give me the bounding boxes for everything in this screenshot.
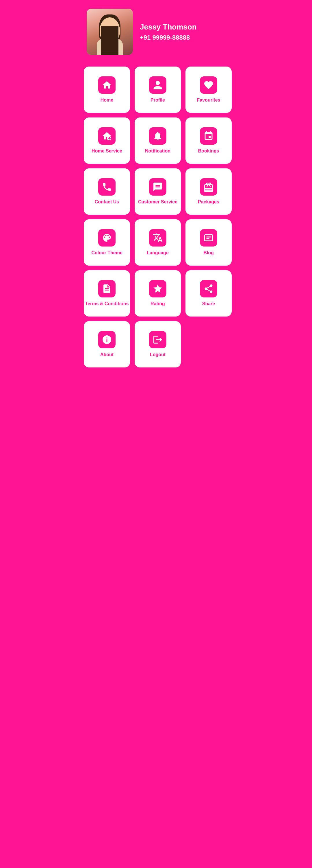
phone-icon (98, 178, 115, 195)
menu-row-5: Terms & Conditions Rating Share (84, 270, 228, 316)
menu-item-customer-service[interactable]: Customer Service (135, 168, 181, 215)
colour-theme-label: Colour Theme (91, 250, 123, 255)
customer-service-label: Customer Service (138, 199, 177, 205)
terms-icon (98, 280, 115, 298)
bookings-label: Bookings (198, 148, 219, 154)
notification-label: Notification (145, 148, 170, 154)
gift-icon (200, 178, 217, 195)
home-service-icon (98, 127, 115, 145)
menu-item-rating[interactable]: Rating (135, 270, 181, 316)
profile-phone: +91 99999-88888 (140, 34, 197, 41)
menu-item-blog[interactable]: Blog (185, 219, 232, 266)
menu-row-1: Home Profile Favourites (84, 66, 228, 113)
menu-item-colour-theme[interactable]: Colour Theme (84, 219, 130, 266)
menu-item-bookings[interactable]: Bookings (185, 118, 232, 164)
share-icon (200, 280, 217, 298)
menu-row-3: Contact Us Customer Service Packages (84, 168, 228, 215)
home-service-label: Home Service (92, 148, 122, 154)
menu-row-6: About Logout (84, 321, 228, 368)
menu-item-logout[interactable]: Logout (135, 321, 181, 368)
language-label: Language (147, 250, 169, 255)
menu-grid: Home Profile Favourites Home Service (78, 61, 234, 373)
home-label: Home (101, 97, 113, 103)
share-label: Share (202, 301, 215, 306)
bell-icon (149, 127, 166, 145)
profile-name: Jessy Thomson (140, 23, 197, 32)
menu-item-packages[interactable]: Packages (185, 168, 232, 215)
heart-icon (200, 76, 217, 94)
menu-item-favourites[interactable]: Favourites (185, 66, 232, 113)
menu-row-4: Colour Theme Language Blog (84, 219, 228, 266)
home-icon (98, 76, 115, 94)
profile-label: Profile (150, 97, 165, 103)
palette-icon (98, 229, 115, 247)
contact-us-label: Contact Us (95, 199, 119, 205)
menu-item-contact-us[interactable]: Contact Us (84, 168, 130, 215)
menu-item-profile[interactable]: Profile (135, 66, 181, 113)
menu-item-notification[interactable]: Notification (135, 118, 181, 164)
packages-label: Packages (198, 199, 219, 205)
language-icon (149, 229, 166, 247)
terms-label: Terms & Conditions (85, 301, 129, 306)
about-label: About (100, 352, 113, 357)
star-icon (149, 280, 166, 298)
blog-icon (200, 229, 217, 247)
logout-label: Logout (150, 352, 166, 357)
menu-item-terms[interactable]: Terms & Conditions (84, 270, 130, 316)
menu-item-language[interactable]: Language (135, 219, 181, 266)
menu-item-about[interactable]: About (84, 321, 130, 368)
avatar (87, 9, 133, 55)
rating-label: Rating (150, 301, 165, 306)
favourites-label: Favourites (197, 97, 220, 103)
menu-item-share[interactable]: Share (185, 270, 232, 316)
menu-item-home-service[interactable]: Home Service (84, 118, 130, 164)
menu-item-home[interactable]: Home (84, 66, 130, 113)
info-icon (98, 331, 115, 348)
profile-section: Jessy Thomson +91 99999-88888 (78, 0, 234, 61)
blog-label: Blog (203, 250, 214, 255)
calendar-icon (200, 127, 217, 145)
logout-icon (149, 331, 166, 348)
menu-row-2: Home Service Notification Bookings (84, 118, 228, 164)
chat-icon (149, 178, 166, 195)
profile-icon (149, 76, 166, 94)
